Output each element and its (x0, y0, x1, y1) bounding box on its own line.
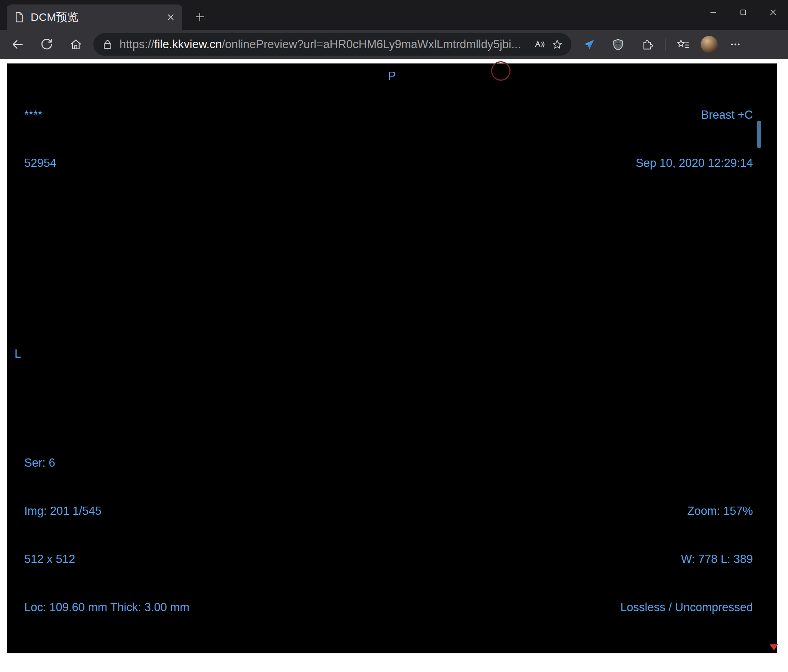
shield-icon (612, 38, 625, 51)
scroll-down-arrow[interactable] (770, 644, 778, 650)
blue-extension-button[interactable] (577, 33, 601, 55)
close-button[interactable] (758, 0, 788, 25)
settings-menu-button[interactable] (724, 33, 747, 55)
extensions-puzzle-icon (640, 38, 654, 51)
maximize-button[interactable] (728, 0, 758, 25)
home-icon (69, 38, 83, 51)
minimize-button[interactable] (698, 0, 728, 25)
address-bar[interactable]: https://file.kkview.cn/onlinePreview?url… (93, 33, 571, 55)
study-info-overlay: Breast +C Sep 10, 2020 12:29:14 (635, 74, 753, 203)
plus-icon (194, 11, 205, 22)
toolbar-divider (665, 38, 666, 51)
maximize-icon (738, 8, 748, 17)
lock-icon[interactable] (102, 38, 114, 51)
new-tab-button[interactable] (190, 7, 210, 27)
refresh-icon (40, 38, 53, 51)
patient-masked: **** (24, 107, 56, 123)
browser-toolbar: https://file.kkview.cn/onlinePreview?url… (0, 30, 788, 59)
zoom-label: Zoom: 157% (620, 503, 753, 519)
patient-info-overlay: **** 52954 (24, 74, 56, 203)
shield-extension-button[interactable] (607, 33, 630, 55)
favorites-button[interactable] (672, 33, 695, 55)
study-datetime: Sep 10, 2020 12:29:14 (635, 155, 753, 171)
location-label: Loc: 109.60 mm Thick: 3.00 mm (24, 599, 189, 615)
patient-id: 52954 (24, 155, 56, 171)
dicom-viewer[interactable]: **** 52954 P Breast +C Sep 10, 2020 12:2… (7, 63, 777, 653)
image-index-label: Img: 201 1/545 (24, 503, 189, 519)
close-icon (768, 8, 778, 17)
home-button[interactable] (64, 33, 87, 55)
refresh-button[interactable] (35, 33, 58, 55)
back-button[interactable] (6, 33, 29, 55)
display-info-overlay: Zoom: 157% W: 778 L: 389 Lossless / Unco… (620, 471, 753, 647)
series-info-overlay: Ser: 6 Img: 201 1/545 512 x 512 Loc: 109… (24, 423, 189, 647)
browser-tab[interactable]: DCM预览 (7, 5, 182, 30)
document-icon (13, 11, 25, 23)
ellipsis-icon (729, 38, 742, 51)
url-domain: file.kkview.cn (154, 38, 222, 51)
browser-window: DCM预览 (0, 0, 788, 672)
url-path: /onlinePreview?url=aHR0cHM6Ly9maWxlLmtrd… (222, 38, 521, 51)
protocol-label: Breast +C (635, 107, 753, 123)
url-text[interactable]: https://file.kkview.cn/onlinePreview?url… (119, 38, 527, 51)
url-scheme: https:// (119, 38, 154, 51)
tab-close-icon[interactable] (166, 12, 176, 22)
read-aloud-icon[interactable] (533, 38, 545, 51)
tab-strip: DCM预览 (0, 0, 788, 30)
matrix-label: 512 x 512 (24, 551, 189, 567)
tab-title: DCM预览 (31, 10, 160, 25)
window-controls (698, 0, 788, 25)
viewer-scrollbar-thumb[interactable] (757, 120, 761, 148)
minimize-icon (709, 8, 718, 17)
blue-extension-icon (582, 38, 596, 51)
favorites-hub-icon (676, 38, 690, 51)
orientation-left-label: L (14, 346, 21, 362)
compression-label: Lossless / Uncompressed (620, 599, 753, 615)
annotation-circle (491, 61, 510, 81)
back-icon (11, 38, 24, 51)
page-background: **** 52954 P Breast +C Sep 10, 2020 12:2… (0, 59, 788, 672)
profile-avatar[interactable] (701, 36, 718, 53)
series-label: Ser: 6 (24, 455, 189, 471)
extensions-button[interactable] (635, 33, 659, 55)
add-favorite-star-icon[interactable] (551, 38, 563, 51)
window-level-label: W: 778 L: 389 (620, 551, 753, 567)
